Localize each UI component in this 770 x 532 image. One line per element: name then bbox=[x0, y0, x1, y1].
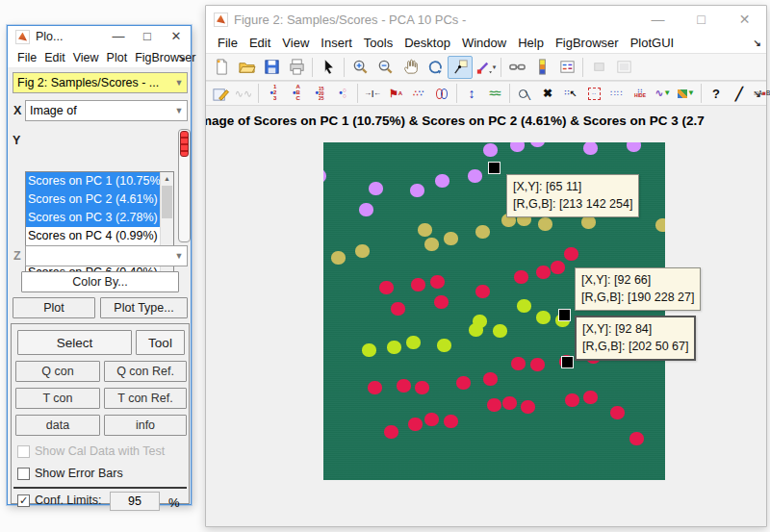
new-file-icon[interactable] bbox=[209, 56, 234, 79]
smooth-data-icon[interactable]: ≈≈ bbox=[483, 83, 506, 104]
datatip[interactable]: [X,Y]: [92 84][R,G,B]: [202 50 67] bbox=[575, 316, 696, 361]
label-letters-icon[interactable]: •ABC bbox=[285, 83, 308, 104]
print-icon[interactable] bbox=[284, 56, 309, 79]
close-button[interactable]: ✕ bbox=[162, 27, 191, 46]
menu-figbrowser[interactable]: FigBrowser bbox=[131, 49, 199, 66]
menu-desktop[interactable]: Desktop bbox=[398, 34, 456, 52]
label-values-icon[interactable]: •152025 bbox=[308, 83, 331, 104]
data-button[interactable]: data bbox=[15, 415, 100, 436]
menu-view[interactable]: View bbox=[69, 49, 103, 66]
q-con-ref--button[interactable]: Q con Ref. bbox=[104, 361, 187, 382]
menu-overflow-icon[interactable]: ↘ bbox=[754, 38, 761, 48]
plot-type-button[interactable]: Plot Type... bbox=[100, 297, 188, 318]
edit-plot-icon[interactable] bbox=[209, 83, 232, 104]
pin-labels-icon[interactable]: ⚑A bbox=[384, 83, 407, 104]
color-by-button[interactable]: Color By... bbox=[21, 271, 179, 292]
open-folder-icon[interactable] bbox=[234, 56, 259, 79]
y-autoscale-icon[interactable]: ↕ bbox=[460, 83, 483, 104]
datatip-marker[interactable] bbox=[488, 162, 500, 174]
line-styles-icon[interactable]: ∿∿ bbox=[232, 83, 255, 104]
show-error-bars-checkbox[interactable]: Show Error Bars bbox=[17, 467, 123, 480]
brush-icon[interactable]: ▾ bbox=[473, 56, 498, 79]
insert-colorbar-icon[interactable] bbox=[529, 56, 554, 79]
tool-button[interactable]: Tool bbox=[136, 330, 185, 355]
datatip-marker[interactable] bbox=[558, 309, 571, 321]
slope-tool-icon[interactable]: ╱ bbox=[728, 83, 751, 104]
pointer-icon[interactable] bbox=[316, 56, 341, 79]
hide-points-icon[interactable]: ∷HIDE bbox=[629, 83, 652, 104]
menu-edit[interactable]: Edit bbox=[40, 49, 69, 66]
y-list-item[interactable]: Scores on PC 1 (10.75%) bbox=[26, 172, 160, 190]
menu-edit[interactable]: Edit bbox=[244, 34, 276, 52]
conf-limits-input[interactable]: 95 bbox=[110, 492, 160, 511]
maximize-button[interactable]: □ bbox=[680, 9, 723, 30]
scatter-dot-r bbox=[565, 393, 579, 407]
minimize-button[interactable]: — bbox=[636, 9, 680, 30]
z-axis-dropdown[interactable]: ▼ bbox=[25, 245, 188, 266]
menu-figbrowser[interactable]: FigBrowser bbox=[550, 34, 625, 52]
help-icon[interactable]: ? bbox=[705, 83, 728, 104]
y-list-item[interactable]: Scores on PC 4 (0.99%) bbox=[26, 227, 160, 245]
select-points-icon[interactable]: ∷↖ bbox=[559, 83, 582, 104]
menu-view[interactable]: View bbox=[276, 34, 315, 52]
menu-window[interactable]: Window bbox=[456, 34, 512, 52]
plot-tools-icon[interactable]: ✖ bbox=[536, 83, 559, 104]
figure-selector-dropdown[interactable]: Fig 2: Samples/Scores - ... ▼ bbox=[13, 72, 188, 93]
menu-overflow-icon[interactable]: ↘ bbox=[178, 52, 186, 63]
pan-hand-icon[interactable] bbox=[398, 56, 423, 79]
scatter-dot-g bbox=[469, 323, 483, 337]
class-symbols-icon[interactable]: ∴∵ bbox=[407, 83, 430, 104]
menu-help[interactable]: Help bbox=[512, 34, 550, 52]
y-list-item[interactable]: Scores on PC 2 (4.61%) bbox=[26, 190, 160, 209]
x-axis-dropdown[interactable]: Image of ▼ bbox=[25, 100, 188, 121]
hide-plot-tools-icon[interactable] bbox=[586, 56, 611, 79]
y-axis-listbox[interactable]: Scores on PC 1 (10.75%)Scores on PC 2 (4… bbox=[25, 171, 174, 285]
export-plot-icon[interactable]: ∿▼ bbox=[652, 83, 675, 104]
export-image-icon[interactable]: ▼ bbox=[675, 83, 698, 104]
menu-plotgui[interactable]: PlotGUI bbox=[625, 34, 680, 52]
label-numbers-icon[interactable]: •123 bbox=[262, 83, 285, 104]
data-cursor-icon[interactable] bbox=[448, 56, 473, 79]
view-points-icon[interactable]: ∷∷ bbox=[605, 83, 629, 104]
datatip[interactable]: [X,Y]: [92 66][R,G,B]: [190 228 27] bbox=[575, 267, 701, 311]
zoom-out-icon[interactable] bbox=[372, 56, 398, 79]
select-button[interactable]: Select bbox=[17, 330, 132, 355]
t-con-ref--button[interactable]: T con Ref. bbox=[104, 388, 187, 409]
scatter-dot-r bbox=[514, 270, 528, 284]
label-symbols-icon[interactable]: •○○ bbox=[331, 83, 354, 104]
insert-legend-icon[interactable] bbox=[554, 56, 579, 79]
slider-thumb[interactable] bbox=[180, 131, 189, 157]
figure-titlebar[interactable]: Figure 2: Samples/Scores - PCA 10 PCs - … bbox=[206, 6, 766, 33]
toolbar-overflow-icon[interactable]: ↘ bbox=[754, 89, 761, 99]
y-scale-slider[interactable] bbox=[178, 129, 191, 242]
confidence-ellipses-icon[interactable] bbox=[430, 83, 453, 104]
dock-figure-icon[interactable] bbox=[611, 56, 636, 79]
menu-insert[interactable]: Insert bbox=[315, 34, 358, 52]
scroll-up-icon[interactable]: ▲ bbox=[161, 172, 173, 186]
zoom-in-icon[interactable] bbox=[347, 56, 372, 79]
select-box-icon[interactable]: ·· bbox=[582, 83, 605, 104]
maximize-button[interactable]: □ bbox=[133, 27, 162, 46]
axis-limits-icon[interactable]: →|← bbox=[361, 83, 384, 104]
y-list-item[interactable]: Scores on PC 3 (2.78%) bbox=[26, 209, 160, 227]
q-con-button[interactable]: Q con bbox=[15, 361, 100, 382]
plot-controls-titlebar[interactable]: Plo... — □ ✕ bbox=[8, 26, 191, 47]
scatter-dot-r bbox=[391, 302, 405, 316]
rotate-3d-icon[interactable] bbox=[423, 56, 448, 79]
zoom-settings-icon[interactable]: ╲ bbox=[513, 83, 536, 104]
link-plots-icon[interactable] bbox=[504, 56, 529, 79]
scatter-dot-r bbox=[629, 432, 644, 445]
conf-limits-checkbox[interactable]: ✓ Conf. Limits: bbox=[17, 494, 101, 507]
close-button[interactable]: ✕ bbox=[723, 9, 766, 30]
save-icon[interactable] bbox=[259, 56, 284, 79]
menu-file[interactable]: File bbox=[212, 34, 244, 52]
info-button[interactable]: info bbox=[104, 415, 187, 436]
datatip[interactable]: [X,Y]: [65 11][R,G,B]: [213 142 254] bbox=[506, 174, 639, 217]
plot-button[interactable]: Plot bbox=[13, 297, 95, 318]
t-con-button[interactable]: T con bbox=[15, 388, 100, 409]
datatip-marker[interactable] bbox=[561, 356, 574, 368]
menu-tools[interactable]: Tools bbox=[358, 34, 398, 52]
minimize-button[interactable]: — bbox=[104, 27, 133, 46]
menu-plot[interactable]: Plot bbox=[103, 49, 132, 66]
menu-file[interactable]: File bbox=[13, 49, 40, 66]
